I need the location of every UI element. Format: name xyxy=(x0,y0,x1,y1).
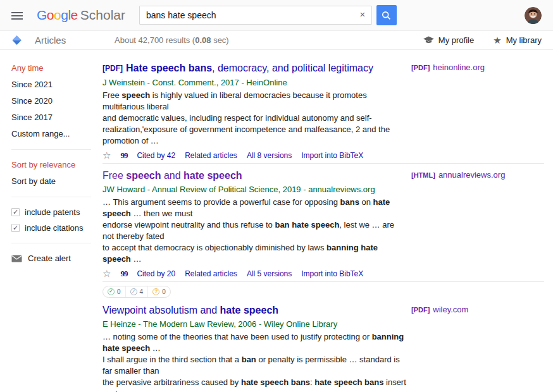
action-link-all-8-versions[interactable]: All 8 versions xyxy=(247,151,292,160)
result-title[interactable]: [PDF]Hate speech bans, democracy, and po… xyxy=(103,62,407,75)
sidebar-checkbox-include-citations[interactable]: ✓include citations xyxy=(11,220,103,236)
file-type-tag: [PDF] xyxy=(103,64,123,73)
sidebar-item-since-2020[interactable]: Since 2020 xyxy=(11,93,103,109)
scite-badge-row: ✓0⁄4?0 xyxy=(103,285,544,298)
result-main: Viewpoint absolutism and hate speechE He… xyxy=(103,303,407,392)
fulltext-domain: annualreviews.org xyxy=(438,170,506,180)
sidebar-item-since-2021[interactable]: Since 2021 xyxy=(11,77,103,93)
checkbox-label: include citations xyxy=(25,220,84,236)
result-actions: ☆99Cited by 20Related articlesAll 5 vers… xyxy=(103,269,407,278)
star-icon: ★ xyxy=(493,35,501,45)
results-list: [PDF]Hate speech bans, democracy, and po… xyxy=(103,50,553,392)
save-star-icon[interactable]: ☆ xyxy=(103,150,111,160)
cite-icon[interactable]: 99 xyxy=(120,151,127,159)
result-authors[interactable]: J Weinstein - Const. Comment., 2017 - He… xyxy=(103,77,407,88)
menu-icon[interactable] xyxy=(11,10,23,21)
scite-count: 0 xyxy=(117,288,121,295)
checkbox-label: include patents xyxy=(25,204,80,220)
result-title[interactable]: Free speech and hate speech xyxy=(103,169,407,182)
sidebar-item-custom-range-[interactable]: Custom range... xyxy=(11,126,103,142)
checkbox-icon[interactable]: ✓ xyxy=(11,208,20,216)
my-library-label: My library xyxy=(506,35,542,45)
sidebar-item-sort-by-date[interactable]: Sort by date xyxy=(11,173,103,190)
result-main: [PDF]Hate speech bans, democracy, and po… xyxy=(103,61,407,160)
checkbox-icon[interactable]: ✓ xyxy=(11,224,20,232)
snippet-line: and democratic values, including respect… xyxy=(103,113,407,124)
fulltext-tag: [PDF] xyxy=(411,64,430,71)
search-icon xyxy=(381,10,392,21)
result-snippet: … noting some of the theories that have … xyxy=(103,331,407,392)
action-link-related-articles[interactable]: Related articles xyxy=(185,151,237,160)
result-authors[interactable]: E Heinze - The Modern Law Review, 2006 -… xyxy=(103,319,407,329)
snippet-line: … This argument seems to provide a power… xyxy=(103,197,407,219)
scite-count: 4 xyxy=(140,288,144,295)
check-icon: ✓ xyxy=(108,288,115,295)
fulltext-tag: [HTML] xyxy=(411,171,435,179)
create-alert-label: Create alert xyxy=(28,254,71,263)
result-divider xyxy=(103,163,544,164)
scite-badge-segment: ⁄4 xyxy=(125,286,148,297)
sidebar-divider xyxy=(11,149,91,150)
scite-count: 0 xyxy=(162,288,166,295)
sidebar-item-any-time[interactable]: Any time xyxy=(11,60,103,77)
sidebar-item-since-2017[interactable]: Since 2017 xyxy=(11,109,103,126)
action-link-cited-by-20[interactable]: Cited by 20 xyxy=(137,269,175,278)
snippet-line: Free speech is highly valued in liberal … xyxy=(103,90,407,113)
sidebar-item-sort-by-relevance[interactable]: Sort by relevance xyxy=(11,157,103,173)
snippet-line: … noting some of the theories that have … xyxy=(103,331,407,354)
slash-icon: ⁄ xyxy=(130,288,137,295)
search-result: [PDF]Hate speech bans, democracy, and po… xyxy=(103,61,544,160)
my-library-button[interactable]: ★ My library xyxy=(493,35,542,45)
result-side-link: [PDF]wiley.com xyxy=(411,303,468,392)
results-toolbar: Articles About 42,700 results (0.08 sec)… xyxy=(0,31,553,50)
save-star-icon[interactable]: ☆ xyxy=(103,269,111,278)
result-divider xyxy=(103,281,544,282)
scite-badge[interactable]: ✓0⁄4?0 xyxy=(103,286,171,298)
scholar-logo[interactable]: GoogleScholar xyxy=(37,8,125,23)
search-bar: × xyxy=(139,5,397,25)
fulltext-tag: [PDF] xyxy=(411,306,430,314)
snippet-line: to accept that democracy is objectionabl… xyxy=(103,242,407,265)
sidebar-divider xyxy=(11,243,91,243)
scite-badge-segment: ?0 xyxy=(147,286,170,297)
result-snippet: … This argument seems to provide a power… xyxy=(103,197,407,265)
scholar-diamond-icon[interactable] xyxy=(11,35,22,46)
fulltext-link[interactable]: [PDF]heinonline.org xyxy=(411,63,485,72)
fulltext-domain: wiley.com xyxy=(433,305,468,314)
result-side-link: [PDF]heinonline.org xyxy=(411,61,485,160)
search-button[interactable] xyxy=(376,5,397,25)
envelope-icon xyxy=(11,255,22,262)
action-link-import-into-bibtex[interactable]: Import into BibTeX xyxy=(301,269,363,278)
result-title[interactable]: Viewpoint absolutism and hate speech xyxy=(103,304,407,317)
snippet-line: endorse viewpoint neutrality and thus re… xyxy=(103,219,407,242)
sidebar-divider xyxy=(11,197,91,197)
sidebar-checkbox-include-patents[interactable]: ✓include patents xyxy=(11,204,103,220)
results-stats: About 42,700 results (0.08 sec) xyxy=(115,35,229,45)
action-link-all-5-versions[interactable]: All 5 versions xyxy=(247,269,292,278)
google-logo-text: Google xyxy=(37,8,78,22)
profile-photo xyxy=(525,7,542,24)
action-link-cited-by-42[interactable]: Cited by 42 xyxy=(137,151,175,160)
search-result: Viewpoint absolutism and hate speechE He… xyxy=(103,303,544,392)
fulltext-link[interactable]: [HTML]annualreviews.org xyxy=(411,170,505,180)
snippet-line: realization,'exposure of government inco… xyxy=(103,124,407,147)
result-actions: ☆99Cited by 42Related articlesAll 8 vers… xyxy=(103,150,407,160)
question-icon: ? xyxy=(152,288,159,295)
result-snippet: Free speech is highly valued in liberal … xyxy=(103,90,407,147)
clear-search-icon[interactable]: × xyxy=(357,9,368,20)
create-alert-button[interactable]: Create alert xyxy=(11,254,103,263)
action-link-import-into-bibtex[interactable]: Import into BibTeX xyxy=(301,151,363,160)
result-authors[interactable]: JW Howard - Annual Review of Political S… xyxy=(103,184,407,195)
tab-articles[interactable]: Articles xyxy=(35,35,79,46)
result-side-link: [HTML]annualreviews.org xyxy=(411,168,505,278)
search-input[interactable] xyxy=(139,6,372,25)
snippet-line: I shall argue in the third section that … xyxy=(103,354,407,377)
cite-icon[interactable]: 99 xyxy=(120,269,127,278)
my-profile-button[interactable]: My profile xyxy=(423,35,474,45)
filters-sidebar: Any timeSince 2021Since 2020Since 2017Cu… xyxy=(0,50,103,263)
fulltext-domain: heinonline.org xyxy=(433,63,485,72)
fulltext-link[interactable]: [PDF]wiley.com xyxy=(411,305,468,314)
action-link-related-articles[interactable]: Related articles xyxy=(185,269,237,278)
avatar[interactable] xyxy=(525,7,542,24)
grad-cap-icon xyxy=(423,36,434,44)
